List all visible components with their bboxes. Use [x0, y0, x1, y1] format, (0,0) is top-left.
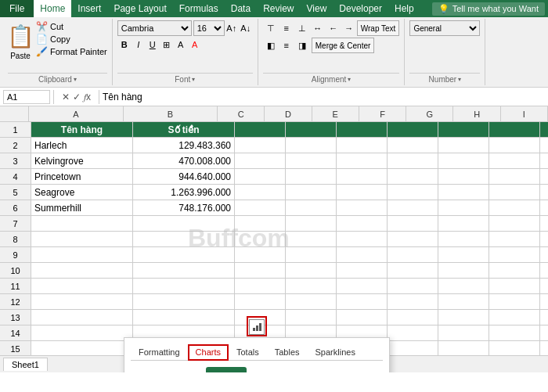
- cell-i6[interactable]: [540, 200, 548, 216]
- align-center-button[interactable]: ≡: [279, 38, 294, 52]
- row-15[interactable]: 15: [0, 341, 31, 357]
- cell-a6[interactable]: Summerhill: [31, 200, 133, 216]
- row-9[interactable]: 9: [0, 247, 31, 263]
- clustered-chart-item[interactable]: Clustere...: [141, 367, 186, 372]
- menu-review[interactable]: Review: [257, 0, 300, 17]
- cell-a4[interactable]: Princetown: [31, 169, 133, 185]
- paste-button[interactable]: 📋 Paste: [8, 20, 33, 60]
- insert-function-icon[interactable]: 𝑓x: [82, 92, 92, 102]
- format-painter-button[interactable]: 🖌️ Format Painter: [36, 45, 107, 58]
- cell-g3[interactable]: [438, 153, 489, 169]
- row-1[interactable]: 1: [0, 122, 31, 138]
- cell-f1[interactable]: [388, 122, 438, 138]
- menu-page-layout[interactable]: Page Layout: [107, 0, 172, 17]
- border-button[interactable]: ⊞: [160, 38, 174, 52]
- cell-h1[interactable]: [489, 122, 540, 138]
- cell-d3[interactable]: [286, 153, 337, 169]
- align-left-button[interactable]: ◧: [263, 38, 279, 52]
- clustered2-chart-item[interactable]: Clustere...: [267, 367, 312, 372]
- cell-g7[interactable]: [438, 216, 489, 232]
- cell-e5[interactable]: [337, 185, 388, 200]
- decrease-font-btn[interactable]: A↓: [239, 21, 253, 35]
- cell-b2[interactable]: 129.483.360: [133, 138, 235, 153]
- cell-b1[interactable]: Số tiền: [133, 122, 235, 138]
- cell-b4[interactable]: 944.640.000: [133, 169, 235, 185]
- popup-tab-totals[interactable]: Totals: [229, 344, 267, 360]
- wrap-text-button[interactable]: Wrap Text: [357, 20, 400, 36]
- more-charts-item[interactable]: ? ? More...: [332, 367, 373, 372]
- cell-d4[interactable]: [286, 169, 337, 185]
- fill-color-button[interactable]: A: [174, 38, 188, 52]
- quick-analysis-button[interactable]: [249, 319, 265, 335]
- col-header-h[interactable]: H: [453, 106, 500, 122]
- cell-i2[interactable]: [540, 138, 548, 153]
- cell-f6[interactable]: [388, 200, 438, 216]
- cell-b6[interactable]: 748.176.000: [133, 200, 235, 216]
- cell-g6[interactable]: [438, 200, 489, 216]
- row-4[interactable]: 4: [0, 169, 31, 185]
- row-11[interactable]: 11: [0, 279, 31, 294]
- row-8[interactable]: 8: [0, 232, 31, 247]
- cell-i1[interactable]: [540, 122, 548, 138]
- popup-tab-charts[interactable]: Charts: [188, 344, 229, 361]
- font-expand-icon[interactable]: ▾: [192, 76, 195, 83]
- col-header-f[interactable]: F: [359, 106, 406, 122]
- col-header-e[interactable]: E: [312, 106, 359, 122]
- clipboard-expand-icon[interactable]: ▾: [74, 76, 77, 83]
- cell-h5[interactable]: [489, 185, 540, 200]
- cell-reference-input[interactable]: [3, 90, 50, 104]
- alignment-expand-icon[interactable]: ▾: [348, 76, 351, 83]
- cell-a1[interactable]: Tên hàng: [31, 122, 133, 138]
- bold-button[interactable]: B: [117, 38, 132, 52]
- cell-h3[interactable]: [489, 153, 540, 169]
- cell-b7[interactable]: [133, 216, 235, 232]
- cell-c5[interactable]: [235, 185, 286, 200]
- font-family-select[interactable]: Cambria: [117, 20, 192, 36]
- col-header-b[interactable]: B: [124, 106, 218, 122]
- sheet-tab-1[interactable]: Sheet1: [3, 358, 48, 371]
- col-header-c[interactable]: C: [218, 106, 265, 122]
- copy-button[interactable]: 📄 Copy: [36, 33, 107, 45]
- cell-g5[interactable]: [438, 185, 489, 200]
- menu-developer[interactable]: Developer: [333, 0, 388, 17]
- cell-b5[interactable]: 1.263.996.000: [133, 185, 235, 200]
- cell-a3[interactable]: Kelvingrove: [31, 153, 133, 169]
- font-color-button[interactable]: A: [188, 38, 202, 52]
- indent-increase-button[interactable]: →: [341, 21, 357, 35]
- cell-c3[interactable]: [235, 153, 286, 169]
- number-expand-icon[interactable]: ▾: [458, 76, 461, 83]
- row-3[interactable]: 3: [0, 153, 31, 169]
- pie-chart-item[interactable]: Pie: [206, 367, 247, 372]
- row-7[interactable]: 7: [0, 216, 31, 232]
- col-header-a[interactable]: A: [29, 106, 123, 122]
- row-14[interactable]: 14: [0, 325, 31, 341]
- cell-d7[interactable]: [286, 216, 337, 232]
- cell-d5[interactable]: [286, 185, 337, 200]
- increase-font-btn[interactable]: A↑: [225, 21, 239, 35]
- cell-d2[interactable]: [286, 138, 337, 153]
- cell-e7[interactable]: [337, 216, 388, 232]
- cell-a8[interactable]: [31, 232, 133, 247]
- underline-button[interactable]: U: [146, 38, 160, 52]
- merge-center-button[interactable]: Merge & Center: [312, 38, 375, 53]
- menu-home[interactable]: Home: [34, 0, 71, 17]
- cell-c6[interactable]: [235, 200, 286, 216]
- cell-e2[interactable]: [337, 138, 388, 153]
- confirm-formula-icon[interactable]: ✓: [71, 92, 82, 102]
- menu-formulas[interactable]: Formulas: [173, 0, 225, 17]
- cell-e3[interactable]: [337, 153, 388, 169]
- popup-tab-formatting[interactable]: Formatting: [131, 344, 188, 360]
- cell-a2[interactable]: Harlech: [31, 138, 133, 153]
- menu-help[interactable]: Help: [388, 0, 420, 17]
- cell-d6[interactable]: [286, 200, 337, 216]
- row-2[interactable]: 2: [0, 138, 31, 153]
- row-13[interactable]: 13: [0, 310, 31, 325]
- align-right-button[interactable]: ◨: [294, 38, 310, 52]
- align-top-button[interactable]: ⊤: [263, 21, 279, 35]
- cancel-formula-icon[interactable]: ✕: [60, 92, 71, 102]
- col-header-d[interactable]: D: [265, 106, 312, 122]
- cell-c2[interactable]: [235, 138, 286, 153]
- cell-f4[interactable]: [388, 169, 438, 185]
- number-format-select[interactable]: General: [409, 20, 480, 36]
- indent-decrease-button[interactable]: ←: [326, 21, 341, 35]
